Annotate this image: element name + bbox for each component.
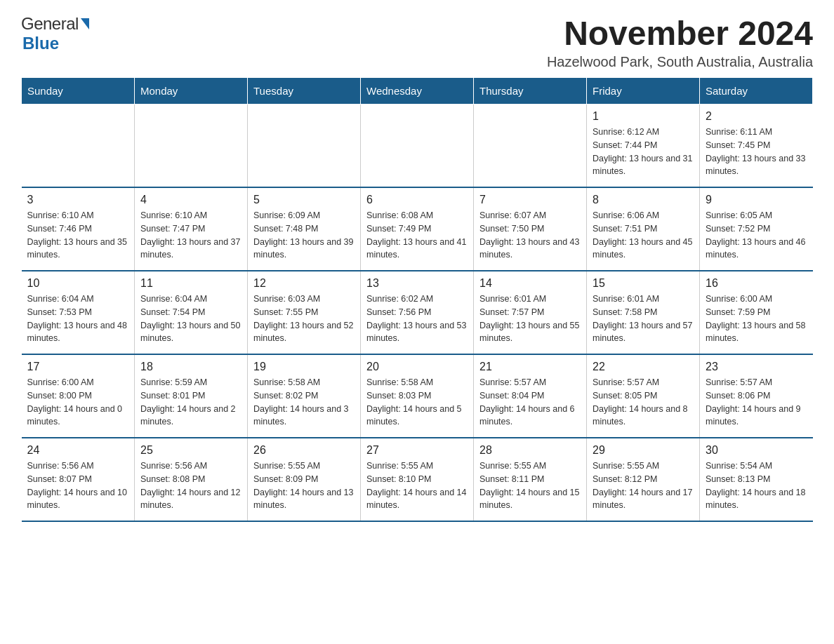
calendar-cell: 20Sunrise: 5:58 AMSunset: 8:03 PMDayligh…: [361, 354, 474, 438]
calendar-cell: 1Sunrise: 6:12 AMSunset: 7:44 PMDaylight…: [587, 105, 700, 188]
day-number: 6: [366, 194, 468, 206]
day-info: Sunrise: 6:11 AMSunset: 7:45 PMDaylight:…: [706, 126, 807, 178]
day-number: 22: [593, 361, 694, 373]
day-info: Sunrise: 6:10 AMSunset: 7:46 PMDaylight:…: [27, 209, 129, 262]
day-info: Sunrise: 6:00 AMSunset: 7:59 PMDaylight:…: [706, 293, 807, 345]
calendar-cell: 29Sunrise: 5:55 AMSunset: 8:12 PMDayligh…: [587, 438, 700, 521]
day-number: 8: [593, 194, 694, 206]
day-info: Sunrise: 5:55 AMSunset: 8:12 PMDaylight:…: [593, 459, 694, 512]
day-number: 17: [27, 361, 129, 373]
day-number: 13: [366, 277, 468, 290]
day-info: Sunrise: 5:57 AMSunset: 8:05 PMDaylight:…: [593, 376, 694, 429]
calendar-cell: 16Sunrise: 6:00 AMSunset: 7:59 PMDayligh…: [700, 271, 813, 354]
day-number: 3: [27, 194, 129, 206]
calendar-cell: 7Sunrise: 6:07 AMSunset: 7:50 PMDaylight…: [474, 187, 587, 271]
day-info: Sunrise: 6:01 AMSunset: 7:57 PMDaylight:…: [479, 293, 581, 345]
day-number: 12: [253, 277, 355, 290]
day-number: 19: [253, 361, 355, 373]
day-info: Sunrise: 5:56 AMSunset: 8:07 PMDaylight:…: [27, 459, 129, 512]
calendar-cell: [248, 105, 361, 188]
logo-general-text: General: [21, 14, 79, 34]
day-info: Sunrise: 6:10 AMSunset: 7:47 PMDaylight:…: [140, 209, 241, 262]
calendar-cell: 2Sunrise: 6:11 AMSunset: 7:45 PMDaylight…: [700, 105, 813, 188]
day-number: 23: [706, 361, 807, 373]
calendar-cell: 23Sunrise: 5:57 AMSunset: 8:06 PMDayligh…: [700, 354, 813, 438]
day-info: Sunrise: 6:08 AMSunset: 7:49 PMDaylight:…: [366, 209, 468, 262]
weekday-header-friday: Friday: [587, 78, 700, 105]
day-number: 18: [140, 361, 241, 373]
calendar-week-row: 3Sunrise: 6:10 AMSunset: 7:46 PMDaylight…: [22, 187, 813, 271]
calendar-cell: [22, 105, 135, 188]
day-number: 10: [27, 277, 129, 290]
day-info: Sunrise: 6:12 AMSunset: 7:44 PMDaylight:…: [593, 126, 694, 178]
calendar-cell: [474, 105, 587, 188]
day-info: Sunrise: 5:55 AMSunset: 8:10 PMDaylight:…: [366, 459, 468, 512]
calendar-cell: [135, 105, 248, 188]
day-number: 1: [593, 110, 694, 123]
calendar-cell: 15Sunrise: 6:01 AMSunset: 7:58 PMDayligh…: [587, 271, 700, 354]
calendar-cell: 21Sunrise: 5:57 AMSunset: 8:04 PMDayligh…: [474, 354, 587, 438]
weekday-header-tuesday: Tuesday: [248, 78, 361, 105]
calendar-cell: 10Sunrise: 6:04 AMSunset: 7:53 PMDayligh…: [22, 271, 135, 354]
day-info: Sunrise: 5:55 AMSunset: 8:11 PMDaylight:…: [479, 459, 581, 512]
day-info: Sunrise: 5:58 AMSunset: 8:02 PMDaylight:…: [253, 376, 355, 429]
day-info: Sunrise: 6:04 AMSunset: 7:54 PMDaylight:…: [140, 293, 241, 345]
weekday-header-sunday: Sunday: [22, 78, 135, 105]
day-info: Sunrise: 6:06 AMSunset: 7:51 PMDaylight:…: [593, 209, 694, 262]
day-number: 16: [706, 277, 807, 290]
day-info: Sunrise: 6:03 AMSunset: 7:55 PMDaylight:…: [253, 293, 355, 345]
calendar-cell: 8Sunrise: 6:06 AMSunset: 7:51 PMDaylight…: [587, 187, 700, 271]
day-info: Sunrise: 6:01 AMSunset: 7:58 PMDaylight:…: [593, 293, 694, 345]
calendar-week-row: 1Sunrise: 6:12 AMSunset: 7:44 PMDaylight…: [22, 105, 813, 188]
day-number: 25: [140, 444, 241, 457]
calendar-cell: 11Sunrise: 6:04 AMSunset: 7:54 PMDayligh…: [135, 271, 248, 354]
day-number: 2: [706, 110, 807, 123]
calendar-cell: 3Sunrise: 6:10 AMSunset: 7:46 PMDaylight…: [22, 187, 135, 271]
month-title: November 2024: [547, 14, 813, 53]
day-info: Sunrise: 5:58 AMSunset: 8:03 PMDaylight:…: [366, 376, 468, 429]
day-info: Sunrise: 5:57 AMSunset: 8:04 PMDaylight:…: [479, 376, 581, 429]
day-number: 14: [479, 277, 581, 290]
calendar-cell: 14Sunrise: 6:01 AMSunset: 7:57 PMDayligh…: [474, 271, 587, 354]
logo-blue-text: Blue: [22, 34, 59, 53]
calendar-week-row: 24Sunrise: 5:56 AMSunset: 8:07 PMDayligh…: [22, 438, 813, 521]
calendar-cell: 12Sunrise: 6:03 AMSunset: 7:55 PMDayligh…: [248, 271, 361, 354]
calendar-cell: 4Sunrise: 6:10 AMSunset: 7:47 PMDaylight…: [135, 187, 248, 271]
day-info: Sunrise: 6:04 AMSunset: 7:53 PMDaylight:…: [27, 293, 129, 345]
calendar-table: SundayMondayTuesdayWednesdayThursdayFrid…: [21, 77, 813, 522]
day-number: 5: [253, 194, 355, 206]
calendar-cell: 27Sunrise: 5:55 AMSunset: 8:10 PMDayligh…: [361, 438, 474, 521]
calendar-cell: 6Sunrise: 6:08 AMSunset: 7:49 PMDaylight…: [361, 187, 474, 271]
calendar-cell: 24Sunrise: 5:56 AMSunset: 8:07 PMDayligh…: [22, 438, 135, 521]
calendar-cell: 26Sunrise: 5:55 AMSunset: 8:09 PMDayligh…: [248, 438, 361, 521]
day-number: 21: [479, 361, 581, 373]
day-info: Sunrise: 5:54 AMSunset: 8:13 PMDaylight:…: [706, 459, 807, 512]
calendar-week-row: 17Sunrise: 6:00 AMSunset: 8:00 PMDayligh…: [22, 354, 813, 438]
day-info: Sunrise: 5:59 AMSunset: 8:01 PMDaylight:…: [140, 376, 241, 429]
day-info: Sunrise: 6:07 AMSunset: 7:50 PMDaylight:…: [479, 209, 581, 262]
calendar-week-row: 10Sunrise: 6:04 AMSunset: 7:53 PMDayligh…: [22, 271, 813, 354]
day-number: 26: [253, 444, 355, 457]
day-number: 9: [706, 194, 807, 206]
weekday-header-saturday: Saturday: [700, 78, 813, 105]
day-number: 20: [366, 361, 468, 373]
title-area: November 2024 Hazelwood Park, South Aust…: [547, 14, 813, 70]
day-info: Sunrise: 6:05 AMSunset: 7:52 PMDaylight:…: [706, 209, 807, 262]
logo: General Blue: [21, 14, 89, 53]
location-subtitle: Hazelwood Park, South Australia, Austral…: [547, 54, 813, 70]
day-number: 4: [140, 194, 241, 206]
day-number: 15: [593, 277, 694, 290]
calendar-cell: 22Sunrise: 5:57 AMSunset: 8:05 PMDayligh…: [587, 354, 700, 438]
day-number: 28: [479, 444, 581, 457]
page-header: General Blue November 2024 Hazelwood Par…: [21, 14, 813, 70]
day-number: 29: [593, 444, 694, 457]
day-info: Sunrise: 5:56 AMSunset: 8:08 PMDaylight:…: [140, 459, 241, 512]
calendar-cell: 9Sunrise: 6:05 AMSunset: 7:52 PMDaylight…: [700, 187, 813, 271]
calendar-cell: [361, 105, 474, 188]
calendar-cell: 25Sunrise: 5:56 AMSunset: 8:08 PMDayligh…: [135, 438, 248, 521]
day-number: 11: [140, 277, 241, 290]
day-number: 30: [706, 444, 807, 457]
logo-triangle-icon: [81, 18, 89, 29]
day-info: Sunrise: 6:02 AMSunset: 7:56 PMDaylight:…: [366, 293, 468, 345]
weekday-header-thursday: Thursday: [474, 78, 587, 105]
